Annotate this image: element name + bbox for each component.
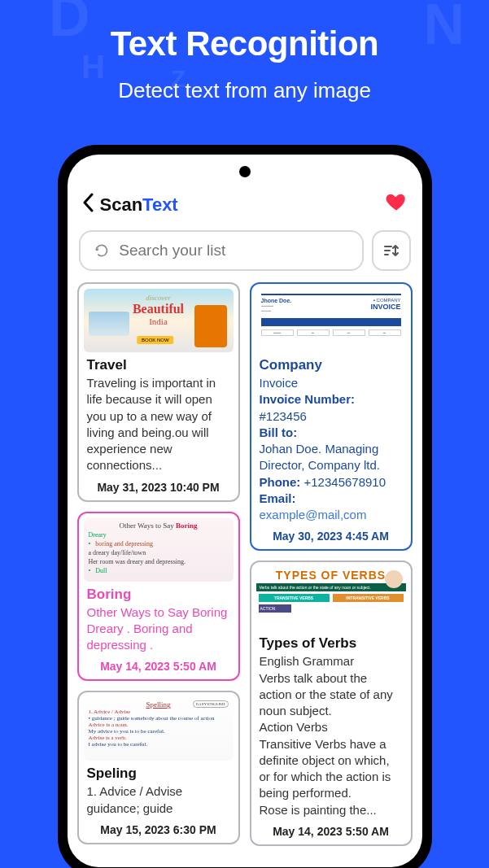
app-title-text: Text [142, 194, 178, 216]
card-body: English Grammar Verbs talk about the act… [256, 653, 406, 818]
app-header: Scan Text [68, 184, 422, 230]
card-verbs[interactable]: TYPES OF VERBS Verbs talk about the acti… [250, 560, 413, 846]
hero: Text Recognition Detect text from any im… [0, 0, 489, 103]
search-row [68, 230, 422, 282]
thumb-boring: Other Ways to Say Boring Dreary •boring … [84, 518, 234, 582]
card-date: May 14, 2023 5:50 AM [256, 818, 406, 838]
search-box[interactable] [79, 230, 364, 271]
column-right: Jhone Doe. ━━━━━━━━━ ▪ COMPANY INVOICE ━… [250, 282, 413, 867]
card-date: May 14, 2023 5:50 AM [84, 653, 234, 673]
card-travel[interactable]: discover Beautiful India BOOK NOW Travel… [77, 282, 240, 502]
card-company[interactable]: Jhone Doe. ━━━━━━━━━ ▪ COMPANY INVOICE ━… [250, 282, 413, 551]
card-title: Speling [84, 765, 234, 783]
heart-icon[interactable] [385, 190, 408, 219]
refresh-search-icon [94, 242, 110, 260]
card-boring[interactable]: Other Ways to Say Boring Dreary •boring … [77, 512, 240, 682]
card-body: 1. Advice / Advise guidance; guide [84, 783, 234, 817]
card-date: May 15, 2023 6:30 PM [84, 817, 234, 836]
card-speling[interactable]: EASY ENGLISH Spelling 1. Advice / Advise… [77, 691, 240, 844]
hero-subtitle: Detect text from any image [0, 78, 489, 103]
thumb-invoice: Jhone Doe. ━━━━━━━━━ ▪ COMPANY INVOICE ━… [256, 289, 406, 352]
app-title-scan: Scan [100, 194, 143, 216]
card-title: Types of Verbs [256, 635, 406, 653]
card-body: Invoice Invoice Number: #123456 Bill to:… [256, 375, 406, 523]
thumb-verbs: TYPES OF VERBS Verbs talk about the acti… [256, 567, 406, 630]
card-title: Company [256, 357, 406, 375]
phone-screen: Scan Text [68, 155, 422, 867]
column-left: discover Beautiful India BOOK NOW Travel… [77, 282, 240, 867]
card-body: Other Ways to Say Boring Dreary . Boring… [84, 604, 234, 654]
app-root: Scan Text [68, 155, 422, 867]
card-date: May 30, 2023 4:45 AM [256, 523, 406, 543]
back-icon[interactable] [82, 192, 95, 218]
camera-notch [239, 166, 251, 177]
sort-icon [382, 241, 401, 260]
card-date: May 31, 2023 10:40 PM [84, 474, 234, 494]
sort-button[interactable] [372, 230, 411, 271]
phone-frame: Scan Text [58, 145, 432, 868]
hero-title: Text Recognition [0, 24, 489, 63]
thumb-spelling: EASY ENGLISH Spelling 1. Advice / Advise… [84, 697, 234, 761]
card-columns: discover Beautiful India BOOK NOW Travel… [68, 282, 422, 867]
card-title: Boring [84, 587, 234, 604]
card-title: Travel [84, 357, 234, 375]
card-body: Traveling is important in life because i… [84, 375, 234, 474]
search-input[interactable] [119, 242, 348, 260]
thumb-travel: discover Beautiful India BOOK NOW [84, 289, 234, 352]
